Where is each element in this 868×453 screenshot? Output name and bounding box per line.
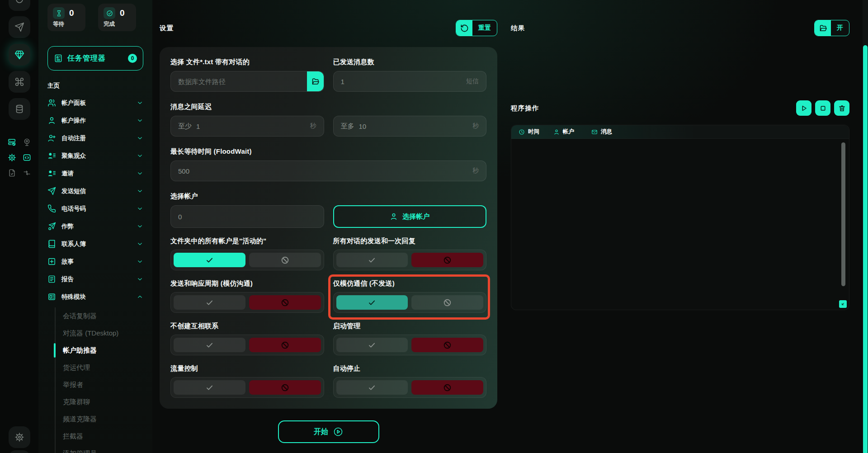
settings-title: 设置 <box>160 24 174 33</box>
toggle-yes-segment[interactable] <box>174 338 245 352</box>
sidebar-item[interactable]: 帐户面板 <box>47 94 143 112</box>
toggle-no-segment[interactable] <box>249 253 321 267</box>
toggle-label: 文件夹中的所有帐户是"活动的" <box>170 237 324 245</box>
delay-label: 消息之间延迟 <box>170 103 486 111</box>
sidebar-item[interactable]: 作弊 <box>47 217 143 235</box>
table-header-user[interactable]: 帐户 <box>553 128 591 136</box>
play-button[interactable] <box>796 100 811 116</box>
sidebar-item[interactable]: 电话号码 <box>47 200 143 217</box>
sidebar-item-home[interactable]: 主页 <box>47 82 143 90</box>
toggle-yes-segment[interactable] <box>336 295 408 310</box>
submenu-item[interactable]: 举报者 <box>56 376 143 393</box>
rail-bottom-partial-button[interactable] <box>9 450 30 453</box>
toggle-yes-segment[interactable] <box>336 380 408 395</box>
toggle-yes-segment[interactable] <box>174 295 245 310</box>
chevron-down-icon <box>137 205 143 212</box>
sidebar-item[interactable]: 报告 <box>47 270 143 288</box>
submenu-item[interactable]: 货运代理 <box>56 359 143 376</box>
submenu-item[interactable]: 克隆群聊 <box>56 393 143 411</box>
delay-max-input[interactable] <box>359 123 468 130</box>
stop-button[interactable] <box>815 100 830 116</box>
main-area: 设置 重置 选择 文件*.txt 带有对话的 <box>152 0 868 453</box>
waiting-label: 等待 <box>53 20 80 28</box>
rail-mini-swap[interactable] <box>23 169 31 177</box>
rail-mini-doc-check[interactable] <box>8 169 16 177</box>
toggle-label: 仅模仿通信 (不发送) <box>333 279 487 288</box>
toggle-no-segment[interactable] <box>411 380 483 395</box>
submenu-item[interactable]: 对流器 (TDesktop) <box>56 325 143 342</box>
reset-label: 重置 <box>472 20 497 36</box>
plus-square-icon <box>47 257 56 266</box>
submenu-item[interactable]: 频道克隆器 <box>56 411 143 428</box>
sidebar-item[interactable]: 聚集观众 <box>47 147 143 165</box>
rail-mini-server-check[interactable] <box>8 138 16 146</box>
table-scrollbar-thumb[interactable] <box>841 142 845 286</box>
toggle-no-segment[interactable] <box>411 253 483 267</box>
rail-mini-webcam[interactable] <box>23 138 31 146</box>
sidebar-item-label: 自动注册 <box>61 134 86 142</box>
file-path-input[interactable] <box>178 78 307 85</box>
start-button[interactable]: 开始 <box>278 420 379 443</box>
table-resize-handle[interactable] <box>839 300 847 308</box>
floodwait-input[interactable] <box>178 167 468 175</box>
table-header-mail[interactable]: 消息 <box>591 128 612 136</box>
sidebar-item[interactable]: 特殊模块 <box>47 288 143 306</box>
check-circle-icon <box>104 7 115 19</box>
toggle-label: 流量控制 <box>170 364 324 373</box>
toggle-no-segment[interactable] <box>249 380 321 395</box>
sent-count-input[interactable] <box>341 78 462 85</box>
toggle-no-segment[interactable] <box>411 295 483 310</box>
toggles-grid: 文件夹中的所有帐户是"活动的"所有对话的发送和一次回复发送和响应周期 (模仿沟通… <box>170 228 486 398</box>
sidebar-item[interactable]: 故事 <box>47 253 143 270</box>
toggle-yes-segment[interactable] <box>174 380 245 395</box>
task-manager-button[interactable]: 任务管理器 0 <box>47 46 143 71</box>
toggle-yes-segment[interactable] <box>336 253 408 267</box>
chevron-down-icon <box>137 223 143 230</box>
toggle-group <box>333 335 487 355</box>
sidebar-item[interactable]: 自动注册 <box>47 129 143 147</box>
choose-accounts-label: 选择帐户 <box>402 212 429 221</box>
accounts-count-input[interactable] <box>178 213 316 221</box>
doc-check-icon <box>8 169 16 177</box>
toggle-no-segment[interactable] <box>249 338 321 352</box>
diamond-icon <box>14 50 24 60</box>
delay-max-suffix: 秒 <box>468 122 479 130</box>
delay-min-input[interactable] <box>196 123 306 130</box>
rail-tile-database[interactable] <box>9 98 30 120</box>
toggle-no-segment[interactable] <box>249 295 321 310</box>
table-header-label: 帐户 <box>563 128 574 136</box>
sidebar-item[interactable]: 邀请 <box>47 165 143 182</box>
folder-icon <box>311 77 320 86</box>
rail-tile-send[interactable] <box>9 16 30 38</box>
rail-mini-code-window[interactable] <box>23 153 31 162</box>
toggle-group <box>333 250 487 270</box>
toggle-cell: 不创建互相联系 <box>170 322 324 355</box>
open-results-button[interactable]: 开 <box>814 20 849 36</box>
browse-file-button[interactable] <box>307 71 324 91</box>
rail-tile-diamond[interactable] <box>9 44 30 66</box>
choose-accounts-button[interactable]: 选择帐户 <box>333 205 487 228</box>
sidebar-item[interactable]: 帐户操作 <box>47 112 143 129</box>
sidebar-item[interactable]: 联系人簿 <box>47 235 143 253</box>
rail-mini-gear[interactable] <box>8 153 16 162</box>
delete-button[interactable] <box>834 100 849 116</box>
table-header-row: 时间帐户消息 <box>511 125 849 139</box>
table-header-clock[interactable]: 时间 <box>519 128 553 136</box>
counters: 0 等待 0 完成 <box>47 4 143 31</box>
sidebar-item[interactable]: 发送短信 <box>47 182 143 200</box>
table-header-label: 消息 <box>601 128 612 136</box>
toggle-yes-segment[interactable] <box>174 253 245 267</box>
submenu-item[interactable]: 添加管理员 <box>56 445 143 453</box>
reset-button[interactable]: 重置 <box>456 20 497 36</box>
rail-settings-button[interactable] <box>9 426 30 448</box>
rail-tile-arc[interactable] <box>9 0 30 11</box>
submenu-item[interactable]: 拦截器 <box>56 428 143 445</box>
results-title: 结果 <box>511 24 525 33</box>
rail-tile-command[interactable] <box>9 71 30 93</box>
page-scrollbar-thumb[interactable] <box>863 45 868 453</box>
delay-max-field: 至多 秒 <box>333 116 487 137</box>
toggle-yes-segment[interactable] <box>336 338 408 352</box>
toggle-no-segment[interactable] <box>411 338 483 352</box>
submenu-item[interactable]: 帐户助推器 <box>56 342 143 359</box>
submenu-item[interactable]: 会话复制器 <box>56 307 143 325</box>
